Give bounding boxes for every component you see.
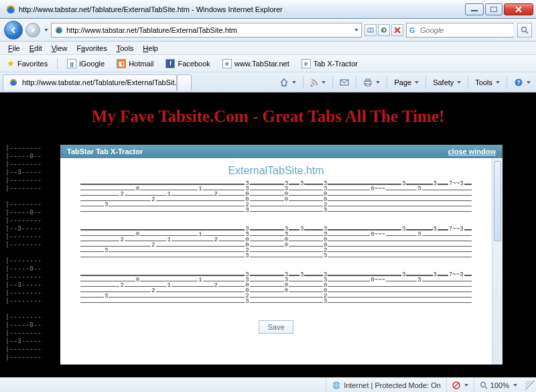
fret-number: 3: [104, 248, 109, 253]
menu-favorites[interactable]: Favorites: [72, 43, 111, 54]
chevron-down-icon: [527, 81, 531, 84]
status-left: [0, 378, 326, 392]
fret-number: 3: [323, 253, 328, 259]
ie-page-icon: [9, 78, 18, 87]
browser-tab[interactable]: http://www.tabstar.net/Tablature/Externa…: [3, 74, 177, 90]
page-favicon: e: [222, 59, 232, 68]
scrollbar-thumb[interactable]: [494, 161, 501, 241]
search-input[interactable]: [420, 24, 513, 36]
chevron-down-icon: [513, 384, 517, 387]
modal-close-link[interactable]: close window: [448, 147, 496, 155]
nav-history-dropdown-icon[interactable]: [44, 29, 48, 31]
fav-link-hotmail[interactable]: ◧Hotmail: [114, 58, 156, 70]
fret-number: 2: [119, 283, 124, 288]
fav-link-igoogle[interactable]: giGoogle: [64, 58, 107, 70]
chevron-down-icon: [376, 81, 380, 84]
menu-bar: FFileile Edit View Favorites Tools Help: [0, 42, 536, 55]
back-button[interactable]: [4, 21, 23, 40]
hotmail-favicon: ◧: [117, 59, 126, 68]
svg-rect-11: [366, 84, 370, 86]
chevron-down-icon: [322, 81, 326, 84]
fret-number: 1: [198, 232, 202, 237]
page-viewport: My Fave Tabsite.Com - Great Tabs All The…: [0, 92, 536, 377]
menu-tools[interactable]: Tools: [113, 43, 138, 54]
svg-rect-10: [366, 79, 370, 81]
page-menu[interactable]: Page: [391, 77, 421, 88]
new-tab-button[interactable]: [177, 74, 192, 90]
search-box[interactable]: G: [406, 23, 513, 38]
fret-number: 3: [417, 232, 421, 237]
favorites-button[interactable]: ★Favorites: [4, 57, 50, 70]
page-favicon: e: [302, 59, 311, 68]
forward-button[interactable]: [25, 23, 40, 38]
fret-number: 3: [417, 277, 421, 283]
search-button[interactable]: [517, 23, 532, 38]
tab-label: http://www.tabstar.net/Tablature/Externa…: [22, 78, 181, 86]
chevron-down-icon: [457, 81, 461, 84]
chevron-down-icon: [292, 81, 296, 84]
fret-number: 2: [214, 192, 218, 197]
status-privacy[interactable]: [446, 378, 474, 392]
status-zone[interactable]: Internet | Protected Mode: On: [326, 378, 446, 392]
fret-number: 3: [245, 299, 249, 304]
fret-number: 2: [151, 288, 155, 293]
tools-menu[interactable]: Tools: [472, 77, 503, 88]
status-bar: Internet | Protected Mode: On 100%: [0, 377, 536, 392]
resize-grip[interactable]: [525, 381, 535, 390]
menu-help[interactable]: Help: [139, 43, 162, 54]
google-icon: G: [409, 26, 417, 34]
maximize-button[interactable]: [485, 3, 503, 15]
fret-number: 2: [119, 192, 124, 197]
star-icon: ★: [7, 58, 15, 68]
help-button[interactable]: ?: [511, 76, 533, 88]
fret-number: 3: [323, 299, 328, 304]
svg-point-17: [480, 382, 485, 387]
save-button[interactable]: Save: [259, 320, 293, 334]
menu-edit[interactable]: Edit: [25, 43, 46, 54]
address-bar[interactable]: [51, 23, 362, 38]
tablature-block: 0112223330023330033300230~~~3337~~3: [80, 229, 472, 265]
svg-text:?: ?: [517, 79, 521, 86]
fret-number: 3: [245, 253, 249, 259]
fret-number: 1: [198, 186, 202, 192]
fret-number: 0: [284, 243, 289, 248]
zoom-control[interactable]: 100%: [474, 378, 523, 392]
favorites-bar: ★Favorites giGoogle ◧Hotmail fFacebook e…: [0, 55, 536, 72]
modal-scrollbar[interactable]: [492, 158, 503, 365]
modal-header: TabStar Tab X-Tractor close window: [60, 145, 503, 158]
feeds-button[interactable]: [308, 77, 328, 88]
fret-number: 0: [135, 277, 140, 283]
fret-number: 3: [433, 272, 438, 277]
address-input[interactable]: [66, 24, 350, 36]
fav-link-facebook[interactable]: fFacebook: [163, 58, 212, 70]
window-title: http://www.tabstar.net/Tablature/Externa…: [19, 5, 283, 13]
internet-zone-icon: [332, 381, 341, 390]
fret-number: 1: [198, 277, 202, 283]
fret-number: 0: [135, 232, 140, 237]
fret-number: 2: [151, 243, 155, 248]
print-button[interactable]: [360, 77, 383, 88]
fret-number: 0~~~: [370, 277, 386, 283]
ie-page-icon: [54, 25, 64, 35]
compat-view-button[interactable]: [364, 24, 377, 36]
fret-number: 3: [433, 181, 438, 186]
address-dropdown-icon[interactable]: [354, 29, 358, 31]
fret-number: 3: [104, 202, 109, 208]
svg-rect-2: [490, 7, 497, 12]
menu-view[interactable]: View: [48, 43, 72, 54]
fret-number: 7~~3: [448, 226, 464, 232]
menu-file[interactable]: FFileile: [4, 43, 24, 54]
fret-number: 0: [135, 186, 140, 192]
close-button[interactable]: [504, 3, 533, 15]
home-button[interactable]: [277, 76, 299, 88]
fret-number: 2: [119, 237, 124, 243]
fav-link-xtractor[interactable]: eTab X-Tractor: [299, 58, 360, 70]
fav-link-tabstar[interactable]: ewww.TabStar.net: [220, 58, 292, 70]
readmail-button[interactable]: [337, 77, 352, 88]
stop-button[interactable]: [391, 24, 403, 36]
refresh-button[interactable]: [378, 24, 390, 36]
chevron-down-icon: [464, 384, 468, 387]
fret-number: 7~~3: [448, 181, 464, 186]
minimize-button[interactable]: [465, 3, 484, 15]
safety-menu[interactable]: Safety: [430, 77, 464, 88]
